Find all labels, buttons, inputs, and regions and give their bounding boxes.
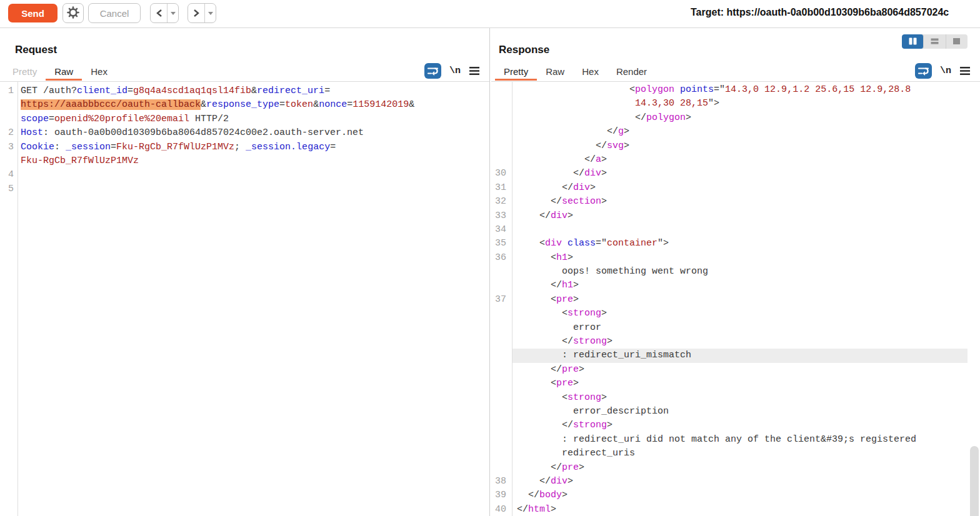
- tab-pretty[interactable]: Pretty: [495, 64, 537, 81]
- line-number: [491, 153, 512, 167]
- request-editor[interactable]: 1GET /auth?client_id=g8q4a4scd1aq1qsl14f…: [0, 82, 489, 516]
- previous-request-dropdown[interactable]: [168, 12, 178, 15]
- code-text: </div>: [512, 475, 968, 489]
- line-number: [491, 433, 512, 447]
- code-line: <strong>: [491, 307, 980, 320]
- show-newlines-icon[interactable]: \n: [940, 66, 951, 76]
- code-line: </g>: [491, 125, 980, 139]
- code-text: <pre>: [512, 377, 968, 390]
- code-text: : redirect_uri_mismatch: [512, 349, 968, 362]
- code-text: <strong>: [512, 391, 968, 405]
- code-line: 37 <pre>: [491, 293, 980, 307]
- line-number: 38: [491, 475, 512, 489]
- line-number: [491, 391, 512, 405]
- code-text: </svg>: [512, 139, 968, 153]
- code-text: 14.3,30 28,15">: [512, 97, 968, 111]
- show-newlines-icon[interactable]: \n: [449, 66, 461, 76]
- previous-request-button[interactable]: [150, 3, 179, 23]
- next-request-button[interactable]: [188, 3, 216, 23]
- line-number: [491, 349, 512, 362]
- line-number: [491, 97, 512, 111]
- code-text: Cookie: _session=Fku-RgCb_R7fWlUzP1MVz; …: [18, 141, 489, 154]
- line-number: 37: [491, 293, 512, 307]
- line-number: [491, 363, 512, 377]
- code-line: 39 </body>: [491, 489, 980, 502]
- code-line: </polygon>: [491, 111, 980, 125]
- word-wrap-icon[interactable]: [424, 63, 441, 79]
- code-line: </strong>: [491, 335, 980, 349]
- code-line: 40</html>: [491, 503, 980, 516]
- line-number: [491, 307, 512, 320]
- toolbar: Send Cancel: [0, 0, 980, 28]
- line-number: [491, 111, 512, 125]
- code-line: : redirect_uri_mismatch: [491, 349, 980, 362]
- tab-raw[interactable]: Raw: [46, 64, 82, 81]
- code-text: </strong>: [512, 335, 968, 349]
- code-text: error: [512, 321, 968, 335]
- columns-layout-icon: [909, 36, 917, 47]
- tab-render[interactable]: Render: [608, 64, 656, 81]
- code-text: : redirect_uri did not match any of the …: [512, 433, 968, 447]
- line-number: [491, 447, 512, 460]
- code-text: redirect_uris: [512, 447, 968, 460]
- code-text: </html>: [512, 503, 968, 516]
- code-text: </g>: [512, 125, 968, 139]
- menu-icon[interactable]: [469, 66, 480, 76]
- layout-single-button[interactable]: [946, 34, 968, 49]
- code-text: Host: oauth-0a0b00d10309b6ba8064d857024c…: [18, 126, 489, 140]
- code-line: 34: [491, 223, 980, 237]
- code-text: [18, 182, 489, 196]
- gutter-divider: [512, 82, 512, 516]
- code-line: </a>: [491, 153, 980, 167]
- next-request-dropdown[interactable]: [205, 12, 216, 15]
- code-line: 2Host: oauth-0a0b00d10309b6ba8064d857024…: [0, 126, 489, 140]
- layout-rows-button[interactable]: [924, 34, 946, 49]
- tab-hex[interactable]: Hex: [573, 64, 608, 81]
- layout-switcher: [902, 34, 968, 49]
- code-line: 31 </div>: [491, 181, 980, 195]
- menu-icon[interactable]: [959, 66, 971, 76]
- line-number: 32: [491, 195, 512, 209]
- code-text: </strong>: [512, 419, 968, 432]
- line-number: [491, 461, 512, 475]
- code-text: </div>: [512, 209, 968, 223]
- gear-icon: [67, 6, 79, 21]
- line-number: 35: [491, 237, 512, 251]
- code-text: oops! something went wrong: [512, 265, 968, 279]
- code-line: </pre>: [491, 461, 980, 475]
- scrollbar-thumb[interactable]: [970, 446, 979, 516]
- word-wrap-icon[interactable]: [915, 63, 932, 79]
- code-line: 1GET /auth?client_id=g8q4a4scd1aq1qsl14f…: [0, 84, 489, 98]
- cancel-button[interactable]: Cancel: [88, 3, 141, 23]
- single-layout-icon: [952, 36, 961, 47]
- settings-button[interactable]: [62, 3, 84, 23]
- line-number: [0, 112, 18, 126]
- code-text: <pre>: [512, 293, 968, 307]
- code-text: </polygon>: [512, 111, 968, 125]
- line-number: [491, 419, 512, 432]
- tab-hex[interactable]: Hex: [82, 64, 116, 81]
- response-panel: Response: [491, 28, 980, 516]
- code-line: 14.3,30 28,15">: [491, 97, 980, 111]
- line-number: [491, 377, 512, 390]
- response-viewer[interactable]: <polygon points="14.3,0 12.9,1.2 25.6,15…: [491, 82, 980, 516]
- code-text: </div>: [512, 167, 968, 181]
- line-number: 34: [491, 223, 512, 237]
- tab-raw[interactable]: Raw: [537, 64, 573, 81]
- tab-pretty[interactable]: Pretty: [4, 64, 46, 81]
- send-button[interactable]: Send: [8, 4, 58, 22]
- line-number: [0, 154, 18, 168]
- request-panel-title: Request: [15, 44, 57, 56]
- code-line: <strong>: [491, 391, 980, 405]
- line-number: 31: [491, 181, 512, 195]
- code-text: scope=openid%20profile%20email HTTP/2: [18, 112, 489, 126]
- code-line: oops! something went wrong: [491, 265, 980, 279]
- line-number: [491, 335, 512, 349]
- code-text: [18, 168, 489, 182]
- code-line: 35 <div class="container">: [491, 237, 980, 251]
- line-number: [491, 265, 512, 279]
- panel-divider[interactable]: [489, 28, 490, 516]
- layout-columns-button[interactable]: [902, 34, 924, 49]
- request-tabs: PrettyRawHex: [0, 64, 489, 82]
- gutter-divider: [18, 82, 18, 516]
